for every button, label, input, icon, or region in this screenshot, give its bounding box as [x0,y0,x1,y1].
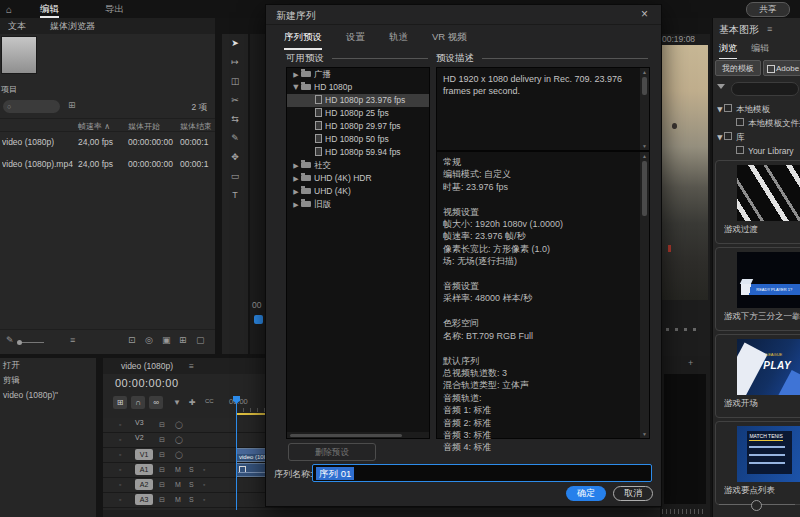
find-icon[interactable]: ◎ [145,335,153,345]
slip-tool[interactable]: ⇆ [222,110,248,129]
my-templates-button[interactable]: 我的模板 [715,60,761,76]
lock-icon[interactable]: ▫ [119,466,121,473]
scrollbar-thumb[interactable] [290,434,402,437]
panel-tab-媒体浏览器[interactable]: 媒体浏览器 [50,20,95,33]
timeline-timecode[interactable]: 00:00:00:00 [115,377,179,389]
sync-lock-icon[interactable]: ⊟ [159,466,165,474]
adobe-stock-button[interactable]: Adobe [763,60,800,76]
track-output-icon[interactable]: ◯ [175,451,183,459]
track-label-v3[interactable]: V3 [135,419,144,426]
sequence-tab[interactable]: video (1080p) [121,361,173,371]
sync-lock-icon[interactable]: ⊟ [159,436,165,444]
marker-icon[interactable]: ▼ [173,398,181,407]
dialog-tab-序列预设[interactable]: 序列预设 [284,31,322,50]
panel-menu-icon[interactable]: ≡ [189,361,194,371]
share-button[interactable]: 共享 [746,2,790,17]
eg-tab-浏览[interactable]: 浏览 [719,42,737,59]
sync-lock-icon[interactable]: ⊟ [159,421,165,429]
sync-lock-icon[interactable]: ⊟ [159,481,165,489]
template-search-input[interactable] [731,82,799,96]
slider-knob-icon[interactable] [17,340,22,345]
hand-tool[interactable]: ✥ [222,148,248,167]
dialog-tab-设置[interactable]: 设置 [346,31,365,50]
lock-icon[interactable]: ▫ [119,496,121,503]
preset-tree-row[interactable]: HD 1080p 50 fps [287,133,429,146]
template-card[interactable]: LEAGUEPLAY游戏开场 [715,334,800,418]
mic-icon[interactable]: ◦ [203,496,205,503]
preset-tree-row[interactable]: ▶HD 1080p [287,81,429,94]
delete-icon[interactable]: ▢ [196,335,205,345]
preset-tree-row[interactable]: ▶广播 [287,68,429,81]
template-card[interactable]: READY PLAYER 1?游戏下方三分之一靠左 [715,247,800,331]
automate-sequence-icon[interactable]: ⊡ [128,335,136,345]
dialog-tab-VR 视频[interactable]: VR 视频 [432,31,467,50]
mute-icon[interactable]: M [175,481,181,488]
solo-icon[interactable]: S [189,496,194,503]
delete-preset-button[interactable]: 删除预设 [288,443,376,461]
template-card[interactable]: MATCH TENIS游戏要点列表 [715,421,800,505]
wrench-icon[interactable]: ✚ [189,398,196,407]
checkbox[interactable] [736,146,744,154]
template-card[interactable]: 游戏过渡 [715,160,800,244]
eg-tree-row[interactable]: 本地模板文件夹 [713,116,800,130]
preset-tree-row[interactable]: ▶社交 [287,159,429,172]
project-row[interactable]: video (1080p).mp424,00 fps00:00:00:0000:… [0,154,215,176]
lock-icon[interactable]: ▫ [119,436,121,443]
history-item[interactable]: 剪辑 [0,373,96,388]
sync-lock-icon[interactable]: ⊟ [159,451,165,459]
sync-lock-icon[interactable]: ⊟ [159,496,165,504]
workspace-tab-导出[interactable]: 导出 [105,0,124,18]
project-row[interactable]: video (1080p)24,00 fps00:00:00:0000:00:1 [0,132,215,154]
solo-icon[interactable]: S [189,481,194,488]
solo-icon[interactable]: S [189,466,194,473]
history-item[interactable]: 打开 [0,358,96,373]
track-output-icon[interactable]: ◯ [175,421,183,429]
scroll-up-icon[interactable]: ▲ [641,69,648,75]
close-icon[interactable]: × [641,7,648,21]
menu-icon[interactable]: ≡ [70,335,75,345]
preset-tree-row[interactable]: HD 1080p 59.94 fps [287,146,429,159]
dialog-tab-轨道[interactable]: 轨道 [389,31,408,50]
project-search-input[interactable]: ○ [3,100,60,113]
rectangle-tool[interactable]: ▭ [222,167,248,186]
chevron-right-icon[interactable]: ▶ [291,198,301,211]
track-label-a1[interactable]: A1 [135,464,153,475]
preset-tree-row[interactable]: HD 1080p 29.97 fps [287,120,429,133]
scroll-up-icon[interactable]: ▲ [641,153,648,159]
lock-icon[interactable]: ▫ [119,451,121,458]
eg-tab-编辑[interactable]: 编辑 [751,42,769,59]
mute-icon[interactable]: M [175,496,181,503]
transport-controls[interactable] [666,328,696,331]
chevron-right-icon[interactable]: ▶ [291,172,301,185]
marker-icon[interactable] [254,315,263,324]
playhead-line[interactable] [236,398,237,510]
slider-knob-icon[interactable] [751,500,762,511]
eg-tree-row[interactable]: ▶本地模板 [713,102,800,116]
cc-icon[interactable]: CC [205,398,214,404]
razor-tool[interactable]: ✂ [222,91,248,110]
track-label-v2[interactable]: V2 [135,434,144,441]
checkbox[interactable] [724,104,732,112]
home-icon[interactable]: ⌂ [6,4,12,15]
type-tool[interactable]: T [222,186,248,205]
new-bin-icon[interactable]: ▣ [162,335,171,345]
column-header[interactable]: 媒体结束 [180,121,212,132]
mute-icon[interactable]: M [175,466,181,473]
preset-tree-row[interactable]: ▶UHD (4K) HDR [287,172,429,185]
thumbnail-zoom-slider[interactable] [18,342,44,343]
pencil-icon[interactable]: ✎ [6,335,14,345]
eg-tree-row[interactable]: ▶库 [713,130,800,144]
scroll-down-icon[interactable]: ▼ [641,143,648,149]
panel-tab-文本[interactable]: 文本 [8,20,26,33]
add-icon[interactable]: + [688,358,693,368]
horizontal-scrollbar[interactable] [287,432,429,438]
track-select-tool[interactable]: ↦ [222,53,248,72]
scrollbar-thumb[interactable] [642,161,647,216]
track-label-v1[interactable]: V1 [135,449,153,460]
timeline-scrollbar[interactable] [103,510,660,517]
track-label-a2[interactable]: A2 [135,479,153,490]
vertical-scrollbar[interactable]: ▲ ▼ [640,68,649,150]
chevron-right-icon[interactable]: ▶ [291,159,301,172]
ripple-edit-tool[interactable]: ◫ [222,72,248,91]
chevron-right-icon[interactable]: ▶ [291,68,301,81]
